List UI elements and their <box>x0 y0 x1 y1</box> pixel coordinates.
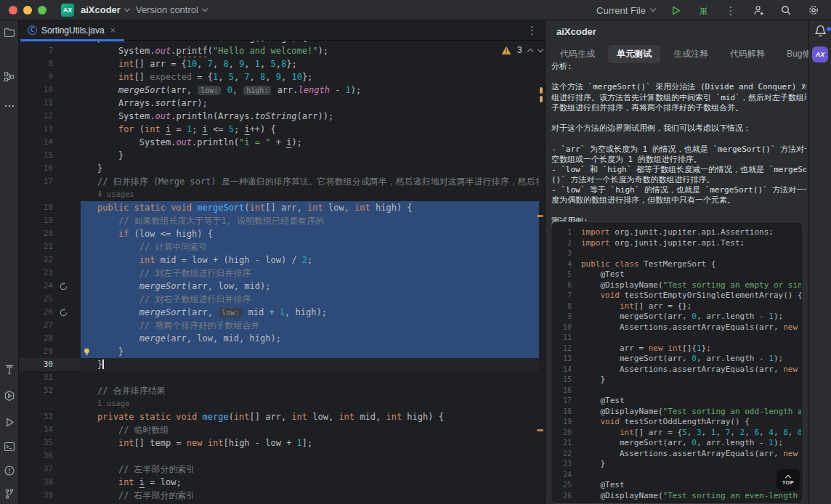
code-token: Assertions.assertArrayEquals(arr, <box>581 449 783 458</box>
code-token <box>97 216 118 226</box>
debug-button[interactable] <box>696 3 710 17</box>
usages-inlay-row[interactable]: 4 usages <box>19 188 545 201</box>
structure-tool-icon[interactable] <box>3 70 16 84</box>
code-token: low, <box>307 412 339 422</box>
tab-options-kebab-icon[interactable]: ⋮ <box>527 25 538 36</box>
search-icon[interactable] <box>779 3 793 17</box>
run-configuration-selector[interactable]: Current File <box>596 5 655 16</box>
tab-sortingutils-java[interactable]: C SortingUtils.java × <box>20 20 124 41</box>
test-line-number: 13 <box>557 354 572 365</box>
code-token: @DisplayName( <box>581 280 663 290</box>
code-token: (arr, low, mid); <box>187 281 271 291</box>
line-number: 22 <box>19 253 53 267</box>
code-line: 15 } <box>19 149 545 162</box>
code-editor[interactable]: 6public static void main(String[] args) … <box>19 41 545 504</box>
line-number: 8 <box>19 57 53 70</box>
code-token: , <box>244 59 254 69</box>
settings-gear-icon[interactable] <box>806 3 821 17</box>
code-token: (String[] args) { <box>218 41 307 43</box>
code-token: merge <box>139 333 166 344</box>
more-actions-menu[interactable]: ⋮ <box>723 3 738 17</box>
line-number: 15 <box>19 149 53 162</box>
previous-problem-icon[interactable] <box>527 48 532 54</box>
code-token: 1 <box>697 344 702 353</box>
scrollbar-warning-mark[interactable] <box>540 96 543 102</box>
code-token: }; <box>702 344 711 353</box>
project-menu[interactable]: aiXcoder <box>81 4 129 15</box>
code-token: 0 <box>227 85 232 95</box>
project-tool-icon[interactable] <box>3 26 16 39</box>
code-token: // 临时数组 <box>118 425 169 435</box>
code-line: 13 for (int i = 1; i <= 5; i++) { <box>19 123 545 136</box>
code-token: ); <box>291 137 301 147</box>
code-line-text: System.out.printf("Hello and welcome!"); <box>81 44 539 57</box>
code-line: 17// 归并排序 (Merge sort) 是一种递归的排序算法。它将数组分成… <box>19 175 545 188</box>
terminal-tool-icon[interactable] <box>3 440 16 453</box>
code-token: ++) { <box>250 124 276 134</box>
recursive-call-gutter-icon[interactable] <box>59 282 68 291</box>
scroll-to-top-button[interactable]: TOP <box>777 469 800 491</box>
code-token: ]; <box>302 438 312 448</box>
line-number: 33 <box>19 410 53 423</box>
close-tab-icon[interactable]: × <box>110 25 115 36</box>
line-number: 17 <box>19 175 53 188</box>
code-line-text <box>81 371 539 384</box>
code-token: , <box>702 428 711 437</box>
panel-tab-代码生成[interactable]: 代码生成 <box>551 45 604 63</box>
scrollbar-todo-mark[interactable] <box>537 215 543 217</box>
code-token: (arr)); <box>297 111 334 121</box>
code-line: 20 if (low <= high) { <box>19 227 545 240</box>
problems-tool-icon[interactable] <box>3 464 16 477</box>
scrollbar-warning-mark[interactable] <box>540 87 543 94</box>
next-problem-icon[interactable] <box>537 46 543 52</box>
editor-tab-bar: C SortingUtils.java × ⋮ <box>19 20 545 41</box>
panel-tab-生成注释[interactable]: 生成注释 <box>665 45 717 63</box>
analysis-line: ()` 方法对一个长度为奇数的数组进行排序。 <box>551 175 806 185</box>
test-code-line: 10 Assertions.assertArrayEquals(arr, new… <box>557 322 801 333</box>
scrollbar-todo-mark[interactable] <box>537 429 543 431</box>
code-token: import <box>581 238 610 248</box>
run-button[interactable] <box>668 3 683 17</box>
run-tool-icon[interactable] <box>3 415 16 428</box>
code-line-text: mergeSort(arr, low, mid); <box>81 280 539 293</box>
code-token: ); <box>351 85 361 95</box>
code-token: Assertions.assertArrayEquals(arr, <box>581 322 783 332</box>
panel-tab-代码解释[interactable]: 代码解释 <box>721 45 774 63</box>
analysis-line <box>551 113 806 123</box>
code-token: @Test <box>581 480 625 489</box>
line-number: 32 <box>19 384 53 397</box>
more-tool-windows-icon[interactable] <box>3 99 16 113</box>
code-line-text: mergeSort(arr, low: mid + 1, high); <box>81 306 539 319</box>
code-token: 1 <box>769 438 774 447</box>
code-token: ( <box>134 124 145 134</box>
services-tool-icon[interactable] <box>3 389 16 402</box>
minimize-window-button[interactable] <box>23 6 32 15</box>
git-branch-tool-icon[interactable] <box>3 487 16 500</box>
build-tool-icon[interactable] <box>3 363 16 376</box>
usages-inlay-row[interactable]: 1 usage <box>19 397 545 410</box>
panel-tab-单元测试[interactable]: 单元测试 <box>608 45 660 63</box>
vcs-menu[interactable]: Version control <box>136 4 207 15</box>
code-line-text: for (int i = 1; i <= 5; i++) { <box>81 123 539 136</box>
add-user-icon[interactable] <box>751 3 766 17</box>
line-number: 31 <box>19 371 53 384</box>
generated-test-code-block[interactable]: 1import org.junit.jupiter.api.Assertions… <box>551 221 803 504</box>
inspections-widget[interactable]: 3 <box>501 45 543 55</box>
line-number: 9 <box>19 70 53 84</box>
notifications-bell-icon[interactable] <box>814 24 827 38</box>
analysis-line <box>551 206 806 216</box>
test-code-line: 21 mergeSort(arr, 0, arr.length - 1); <box>557 438 801 449</box>
recursive-call-gutter-icon[interactable] <box>59 308 68 317</box>
close-window-button[interactable] <box>9 6 17 15</box>
code-token: 0 <box>692 354 697 363</box>
test-line-number: 5 <box>557 269 572 280</box>
test-line-number: 14 <box>557 365 572 375</box>
code-token: , arr.length - <box>697 354 769 363</box>
aixcoder-tool-window-icon[interactable]: AX <box>812 46 828 62</box>
code-token: ( <box>229 412 234 422</box>
zoom-window-button[interactable] <box>38 6 46 15</box>
code-token: ( <box>244 203 249 213</box>
test-line-number: 21 <box>557 438 572 449</box>
code-token: } <box>97 150 123 160</box>
intention-lightbulb-icon[interactable] <box>82 347 92 357</box>
